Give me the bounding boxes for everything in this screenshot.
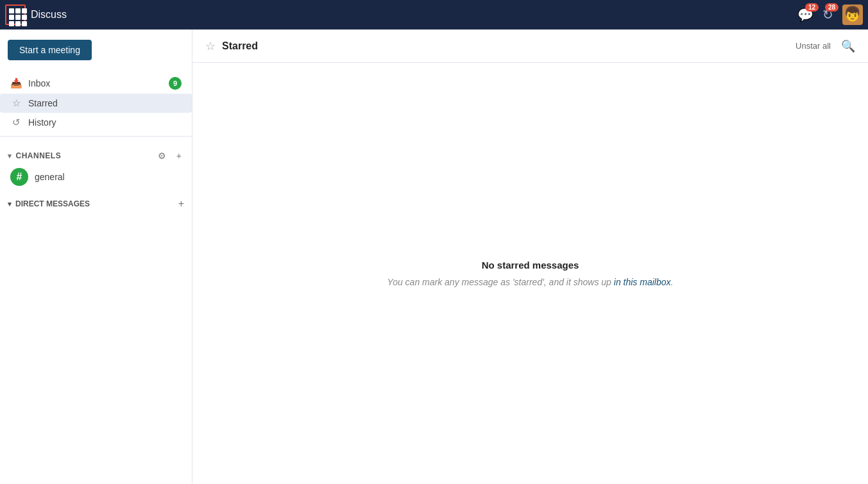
channels-actions: ⚙ + (155, 149, 184, 162)
activity-badge: 28 (825, 3, 838, 12)
starred-label: Starred (28, 98, 58, 108)
header-star-icon: ☆ (205, 39, 216, 53)
layout: Start a meeting 📥 Inbox 9 ☆ Starred ↺ Hi… (0, 29, 868, 484)
navbar: Discuss 💬 12 ↻ 28 (0, 0, 868, 29)
channels-settings-button[interactable]: ⚙ (155, 149, 169, 162)
nav-item-inbox[interactable]: 📥 Inbox 9 (0, 73, 192, 94)
messages-badge: 12 (805, 3, 819, 12)
channels-label: CHANNELS (16, 151, 62, 160)
sidebar: Start a meeting 📥 Inbox 9 ☆ Starred ↺ Hi… (0, 29, 192, 484)
empty-state-title: No starred messages (482, 260, 579, 271)
nav-item-starred[interactable]: ☆ Starred (0, 94, 192, 113)
unstar-all-button[interactable]: Unstar all (796, 41, 831, 51)
channel-general-label: general (35, 172, 65, 182)
history-label: History (28, 117, 56, 128)
user-avatar[interactable] (842, 4, 863, 25)
empty-desc-end: . (671, 277, 674, 287)
channels-chevron: ▾ (8, 152, 12, 160)
empty-state-desc: You can mark any message as 'starred', a… (387, 277, 674, 287)
channels-add-button[interactable]: + (174, 149, 184, 162)
sidebar-nav: 📥 Inbox 9 ☆ Starred ↺ History (0, 73, 192, 132)
main-body: No starred messages You can mark any mes… (192, 63, 868, 484)
start-meeting-button[interactable]: Start a meeting (8, 40, 92, 60)
dm-section-header: ▾ DIRECT MESSAGES + (0, 189, 192, 212)
activity-button[interactable]: ↻ 28 (822, 7, 833, 22)
empty-desc-text: You can mark any message as 'starred', a… (387, 277, 614, 287)
empty-desc-highlight: in this mailbox (614, 277, 671, 287)
app-title: Discuss (31, 9, 67, 21)
nav-item-history[interactable]: ↺ History (0, 113, 192, 132)
navbar-left: Discuss (5, 4, 67, 25)
sidebar-divider (0, 136, 192, 137)
main-header-title: Starred (222, 40, 258, 52)
apps-menu-button[interactable] (5, 4, 26, 25)
channel-hash-icon: # (10, 168, 28, 186)
starred-icon: ☆ (10, 97, 22, 109)
navbar-right: 💬 12 ↻ 28 (797, 4, 863, 25)
messages-button[interactable]: 💬 12 (797, 7, 813, 22)
dm-label: DIRECT MESSAGES (15, 199, 90, 208)
dm-chevron: ▾ (8, 200, 12, 208)
main-header-actions: Unstar all 🔍 (796, 39, 855, 53)
channel-item-general[interactable]: # general (0, 165, 192, 189)
main-header: ☆ Starred Unstar all 🔍 (192, 29, 868, 63)
history-icon: ↺ (10, 117, 22, 128)
inbox-icon: 📥 (10, 78, 22, 89)
sidebar-top: Start a meeting (0, 29, 192, 65)
channels-section-header: ▾ CHANNELS ⚙ + (0, 140, 192, 165)
main-content: ☆ Starred Unstar all 🔍 No starred messag… (192, 29, 868, 484)
dm-add-button[interactable]: + (178, 198, 184, 210)
inbox-badge: 9 (169, 77, 182, 90)
search-button[interactable]: 🔍 (841, 39, 855, 53)
inbox-label: Inbox (28, 78, 50, 88)
